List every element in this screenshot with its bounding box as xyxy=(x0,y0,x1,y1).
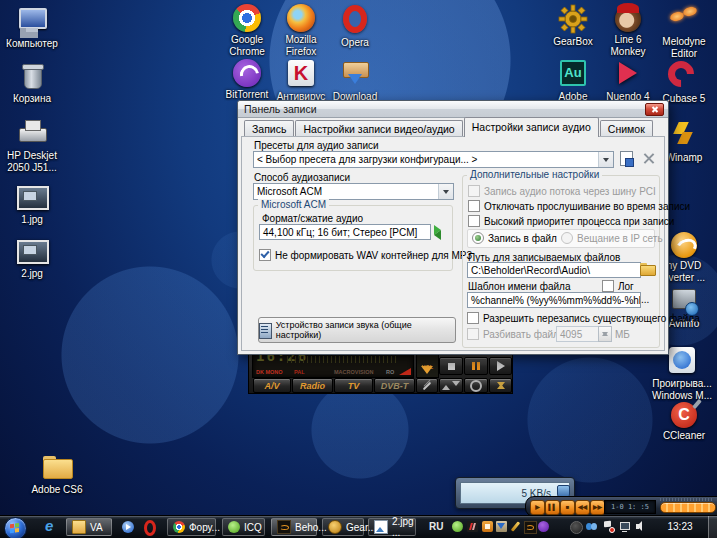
options-button[interactable] xyxy=(464,378,488,393)
desktop-icon-recycle-bin[interactable]: Корзина xyxy=(0,61,64,105)
tab-zapis[interactable]: Запись xyxy=(244,120,294,137)
tab-audio-settings[interactable]: Настройки записи аудио xyxy=(464,117,599,137)
dialog-titlebar[interactable]: Панель записи xyxy=(238,101,668,118)
player-prev-button[interactable]: ◀◀ xyxy=(575,500,590,515)
convert-icon[interactable] xyxy=(431,225,445,239)
taskbar-clock[interactable]: 13:23 xyxy=(662,521,698,532)
tray-pencil-icon[interactable] xyxy=(510,521,521,532)
desktop-icon-nuendo[interactable]: Nuendo 4 xyxy=(596,59,660,103)
taskbar-button-2jpg[interactable]: 2.jpg ... xyxy=(368,518,416,536)
preset-combobox[interactable]: < Выбор пресета для загрузки конфигураци… xyxy=(253,151,614,168)
format-input[interactable]: 44,100 кГц; 16 бит; Стерео [PCM] xyxy=(259,224,431,240)
language-indicator[interactable]: RU xyxy=(429,521,443,532)
desktop-icon-ccleaner[interactable]: C CCleaner xyxy=(652,400,716,442)
radio-circle[interactable] xyxy=(472,232,484,244)
settings-wrench-button[interactable] xyxy=(416,378,438,393)
tray-volume-icon[interactable] xyxy=(636,521,647,532)
desktop-icon-download[interactable]: Download xyxy=(323,59,387,103)
close-icon[interactable] xyxy=(645,103,664,116)
player-play-button[interactable]: ▶ xyxy=(530,500,545,515)
tab-video-audio-settings[interactable]: Настройки записи видео/аудио xyxy=(295,120,462,137)
desktop-icon-line6-monkey[interactable]: Line 6 Monkey xyxy=(596,4,660,58)
filename-template-input[interactable]: %channel% (%yy%%mm%%dd%-%hh%%nn% xyxy=(467,292,641,308)
chevron-down-icon[interactable] xyxy=(598,152,613,167)
desktop-icon-printer[interactable]: HP Deskjet 2050 J51... xyxy=(0,118,64,174)
start-button[interactable] xyxy=(4,517,27,538)
player-volume-slider[interactable] xyxy=(660,502,716,513)
checkbox-box[interactable] xyxy=(467,328,479,340)
tray-action-center-icon[interactable] xyxy=(603,521,614,532)
taskbar-button-forum[interactable]: Фору... xyxy=(167,518,216,536)
radio-circle[interactable] xyxy=(561,232,573,244)
sound-device-icon xyxy=(259,323,271,338)
desktop-icon-2jpg[interactable]: 2.jpg xyxy=(0,236,64,280)
tray-bittorrent-icon[interactable] xyxy=(538,521,549,532)
pci-checkbox[interactable]: Запись аудио потока через шину PCI xyxy=(468,185,656,197)
channel-updown-button[interactable] xyxy=(489,378,512,393)
checkbox-box[interactable] xyxy=(467,312,479,324)
tray-beholder-icon[interactable] xyxy=(524,521,537,534)
tv-mode-button[interactable]: TV xyxy=(334,378,373,393)
open-folder-icon[interactable] xyxy=(640,263,654,274)
taskbar-button-beholder[interactable]: Beho... xyxy=(271,518,317,536)
desktop: Компьютер Корзина HP Deskjet 2050 J51...… xyxy=(0,0,717,538)
desktop-icon-adobe-cs6[interactable]: Adobe CS6 xyxy=(25,452,89,496)
ip-broadcast-radio[interactable]: Вещание в IP сеть xyxy=(561,232,663,244)
channels-button[interactable] xyxy=(439,378,463,393)
tray-kaspersky-icon[interactable] xyxy=(467,521,478,532)
checkbox-label: Разрешить перезапись существующего файла xyxy=(483,313,700,324)
path-input[interactable]: C:\Beholder\Record\Audio\ xyxy=(467,262,641,278)
log-checkbox[interactable]: Лог xyxy=(602,280,634,292)
split-size-spinner[interactable] xyxy=(598,326,612,342)
wmp-taskbar-icon[interactable] xyxy=(122,521,134,533)
checkbox-box[interactable] xyxy=(468,200,480,212)
desktop-icon-cubase[interactable]: Cubase 5 xyxy=(652,59,716,105)
tray-icq-icon[interactable] xyxy=(452,521,463,532)
checkbox-box[interactable] xyxy=(468,185,480,197)
checkbox-box[interactable] xyxy=(602,280,614,292)
tray-network-icon[interactable] xyxy=(619,521,630,532)
tv-lcd-display: 16:26 DK MONOPALMACROVISIONRO xyxy=(252,354,414,378)
opera-taskbar-icon[interactable] xyxy=(144,520,156,536)
dvbt-mode-button[interactable]: DVB-T xyxy=(374,378,415,393)
sound-device-button[interactable]: Устройство записи звука (общие настройки… xyxy=(258,317,456,343)
high-priority-checkbox[interactable]: Высокий приоритет процесса при записи xyxy=(468,215,674,227)
player-pause-button[interactable]: ▌▌ xyxy=(545,500,560,515)
delete-preset-icon[interactable] xyxy=(642,152,655,165)
pause-button[interactable] xyxy=(464,357,488,375)
tray-tv-tuner-icon[interactable] xyxy=(482,521,493,532)
player-stop-button[interactable]: ■ xyxy=(560,500,575,515)
more-button[interactable]: ... xyxy=(641,294,649,305)
checkbox-label: Высокий приоритет процесса при записи xyxy=(484,216,674,227)
desktop-icon-1jpg[interactable]: 1.jpg xyxy=(0,182,64,226)
show-desktop-button[interactable] xyxy=(708,516,717,538)
av-mode-button[interactable]: A/V xyxy=(253,378,291,393)
overwrite-checkbox[interactable]: Разрешить перезапись существующего файла xyxy=(467,312,700,324)
save-preset-icon[interactable] xyxy=(620,151,633,166)
desktop-icon-opera[interactable]: Opera xyxy=(323,4,387,49)
ie-icon[interactable]: e xyxy=(45,519,60,535)
tray-search-icon[interactable] xyxy=(586,521,597,532)
taskbar-button-icq[interactable]: ICQ xyxy=(222,518,265,536)
checkbox-box[interactable] xyxy=(468,215,480,227)
taskbar-button-gearbox[interactable]: Gear... xyxy=(322,518,364,536)
tray-utorrent-icon[interactable] xyxy=(570,521,583,534)
tab-snapshot[interactable]: Снимок xyxy=(600,120,653,137)
wav-container-checkbox[interactable]: Не формировать WAV контейнер для MP3 xyxy=(259,249,472,261)
audio-method-combobox[interactable]: Microsoft ACM xyxy=(253,183,454,200)
wmp-icon xyxy=(666,346,698,376)
player-next-button[interactable]: ▶▶ xyxy=(590,500,605,515)
play-button[interactable] xyxy=(489,357,512,375)
taskbar-button-va[interactable]: VA xyxy=(66,518,112,536)
mute-monitor-checkbox[interactable]: Отключать прослушивание во время записи xyxy=(468,200,690,212)
volume-indicator[interactable]: VOL xyxy=(416,354,439,378)
radio-mode-button[interactable]: Radio xyxy=(292,378,333,393)
desktop-icon-melodyne[interactable]: Melodyne Editor xyxy=(652,4,716,60)
split-size-input[interactable]: 4095 xyxy=(556,326,602,342)
stop-button[interactable] xyxy=(439,357,463,375)
tray-download-master-icon[interactable] xyxy=(496,521,507,532)
chevron-down-icon[interactable] xyxy=(438,184,453,199)
record-to-file-radio[interactable]: Запись в файл xyxy=(472,232,557,244)
desktop-icon-computer[interactable]: Компьютер xyxy=(0,6,64,50)
checkbox-box[interactable] xyxy=(259,249,271,261)
